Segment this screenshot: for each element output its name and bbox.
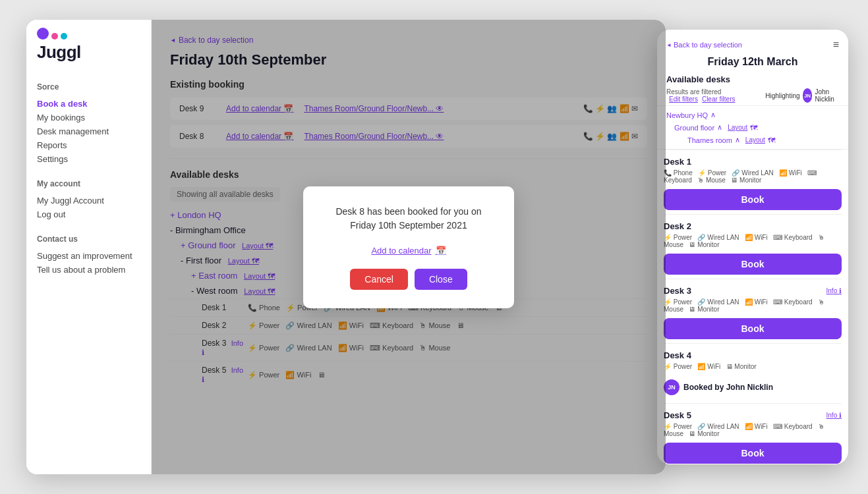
mobile-room-layout-link[interactable]: Layout [745, 136, 765, 144]
mobile-panel: Back to day selection ≡ Friday 12th Marc… [657, 30, 848, 464]
mobile-desk-3-amenities: ⚡ Power 🔗 Wired LAN 📶 WiFi ⌨ Keyboard 🖱 … [664, 298, 842, 313]
mobile-newbury-hq[interactable]: Newbury HQ ∧ [666, 109, 839, 121]
sidebar-item-tell-about-problem[interactable]: Tell us about a problem [37, 263, 140, 277]
mobile-floor-layout-link[interactable]: Layout [728, 124, 747, 131]
sidebar-item-log-out[interactable]: Log out [37, 207, 140, 221]
mobile-desk-card-1: Desk 1 📞 Phone ⚡ Power 🔗 Wired LAN 📶 WiF… [664, 150, 842, 214]
sidebar-item-suggest-improvement[interactable]: Suggest an improvement [37, 249, 140, 263]
logo-dot-pink [51, 33, 58, 40]
mobile-thames-room[interactable]: Thames room ∧ Layout 🗺 [687, 134, 839, 146]
mobile-book-desk3-button[interactable]: Book [664, 318, 842, 339]
mobile-desk-4-amenities: ⚡ Power 📶 WiFi 🖥 Monitor [664, 363, 842, 370]
mobile-back-link[interactable]: Back to day selection [666, 41, 742, 49]
mobile-book-desk1-button[interactable]: Book [664, 189, 842, 210]
mobile-menu-icon[interactable]: ≡ [833, 39, 839, 51]
mobile-location-bar: Newbury HQ ∧ Ground floor ∧ Layout 🗺 Tha… [657, 105, 848, 150]
modal-overlay: Desk 8 has been booked for you on Friday… [152, 20, 666, 474]
sidebar-item-my-juggl-account[interactable]: My Juggl Account [37, 194, 140, 207]
mobile-thames-room-item: Thames room ∧ Layout 🗺 [674, 134, 839, 146]
mobile-desk-4-booked-by: JN Booked by John Nicklin [664, 375, 842, 399]
mobile-header: Back to day selection ≡ Friday 12th Marc… [657, 30, 848, 105]
sidebar-item-settings[interactable]: Settings [37, 152, 140, 166]
sidebar-item-reports[interactable]: Reports [37, 138, 140, 152]
mobile-available-desks-label: Available desks [666, 74, 839, 84]
mobile-desk-3-header: Desk 3 Info ℹ [664, 286, 842, 296]
mobile-desk-4-avatar: JN [664, 379, 680, 395]
mobile-book-desk5-button[interactable]: Book [664, 443, 842, 464]
logo: Juggl [37, 33, 140, 63]
logo-dot-cyan [61, 33, 67, 40]
mobile-desk-card-3: Desk 3 Info ℹ ⚡ Power 🔗 Wired LAN 📶 WiFi… [664, 279, 842, 343]
mobile-ground-floor[interactable]: Ground floor ∧ Layout 🗺 [674, 121, 839, 134]
mobile-ground-floor-item: Ground floor ∧ Layout 🗺 Thames room ∧ La… [666, 121, 839, 146]
modal-cancel-button[interactable]: Cancel [350, 269, 408, 290]
mobile-filter-text: Results are filtered [666, 88, 721, 96]
mobile-desk-2-amenities: ⚡ Power 🔗 Wired LAN 📶 WiFi ⌨ Keyboard 🖱 … [664, 234, 842, 248]
mobile-desk-card-5: Desk 5 Info ℹ ⚡ Power 🔗 Wired LAN 📶 WiFi… [664, 403, 842, 464]
mobile-desk-4-name: Desk 4 [664, 350, 691, 360]
mobile-filter-right: Highlighting JN John Nicklin [765, 88, 839, 103]
sidebar-section-my-account: My account My Juggl Account Log out [37, 179, 140, 221]
mobile-desk-1-name: Desk 1 [664, 157, 691, 167]
mobile-desk-2-header: Desk 2 [664, 221, 842, 231]
sidebar-item-book-desk[interactable]: Book a desk [37, 97, 140, 111]
desktop-window: Juggl Sorce Book a desk My bookings Desk… [26, 20, 666, 474]
main-content: Back to day selection Friday 10th Septem… [152, 20, 666, 474]
mobile-desk-card-2: Desk 2 ⚡ Power 🔗 Wired LAN 📶 WiFi ⌨ Keyb… [664, 214, 842, 279]
mobile-top-bar: Back to day selection ≡ [666, 39, 839, 51]
sorce-label: Sorce [37, 82, 140, 92]
mobile-desk-2-name: Desk 2 [664, 221, 691, 231]
mobile-date-title: Friday 12th March [666, 56, 839, 68]
logo-text: Juggl [37, 42, 140, 63]
logo-dot-purple [37, 28, 49, 40]
mobile-desk-5-name: Desk 5 [664, 410, 691, 420]
mobile-edit-filters[interactable]: Edit filters [669, 96, 698, 103]
mobile-desk-4-header: Desk 4 [664, 350, 842, 360]
mobile-desk-3-info[interactable]: Info ℹ [826, 287, 842, 294]
mobile-desk-3-name: Desk 3 [664, 286, 691, 296]
modal-close-button[interactable]: Close [415, 269, 467, 290]
contact-us-label: Contact us [37, 234, 140, 244]
mobile-filter-bar: Results are filtered Edit filters Clear … [666, 88, 839, 103]
modal-add-calendar-link[interactable]: Add to calendar 📅 [324, 246, 493, 256]
my-account-label: My account [37, 179, 140, 188]
sidebar: Juggl Sorce Book a desk My bookings Desk… [26, 20, 152, 474]
mobile-desk-5-header: Desk 5 Info ℹ [664, 410, 842, 420]
mobile-desks-list: Desk 1 📞 Phone ⚡ Power 🔗 Wired LAN 📶 WiF… [657, 150, 848, 464]
mobile-desk-5-info[interactable]: Info ℹ [826, 412, 842, 419]
mobile-clear-filters[interactable]: Clear filters [702, 96, 736, 103]
sidebar-item-my-bookings[interactable]: My bookings [37, 111, 140, 124]
mobile-desk-1-header: Desk 1 [664, 157, 842, 167]
modal-message: Desk 8 has been booked for you on Friday… [324, 205, 493, 233]
mobile-desk-card-4: Desk 4 ⚡ Power 📶 WiFi 🖥 Monitor JN Booke… [664, 343, 842, 403]
booking-confirmation-modal: Desk 8 has been booked for you on Friday… [303, 186, 514, 308]
mobile-desk-5-amenities: ⚡ Power 🔗 Wired LAN 📶 WiFi ⌨ Keyboard 🖱 … [664, 423, 842, 437]
mobile-desk-1-amenities: 📞 Phone ⚡ Power 🔗 Wired LAN 📶 WiFi ⌨ Key… [664, 169, 842, 184]
mobile-book-desk2-button[interactable]: Book [664, 254, 842, 275]
sidebar-item-desk-management[interactable]: Desk management [37, 124, 140, 138]
sidebar-section-contact-us: Contact us Suggest an improvement Tell u… [37, 234, 140, 277]
mobile-user-avatar: JN [803, 88, 813, 103]
sidebar-section-sorce: Sorce Book a desk My bookings Desk manag… [37, 82, 140, 166]
modal-buttons: Cancel Close [324, 269, 493, 290]
